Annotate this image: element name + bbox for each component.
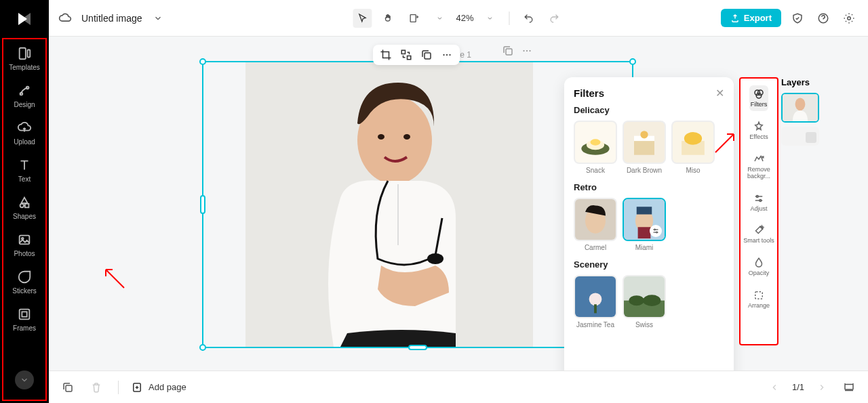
close-icon[interactable]: ✕ <box>715 87 724 100</box>
filter-label: Miso <box>686 167 700 174</box>
rail-item-removebg[interactable]: Remove backgr... <box>741 150 777 183</box>
sidebar-item-photos[interactable]: Photos <box>14 232 35 257</box>
frames-icon <box>17 307 32 322</box>
trash-icon[interactable] <box>87 378 106 397</box>
page-more-icon[interactable] <box>521 45 533 57</box>
hand-tool-button[interactable] <box>378 9 397 28</box>
layers-title: Layers <box>781 77 863 87</box>
duplicate-icon[interactable] <box>420 49 433 61</box>
selection-handle-bl[interactable] <box>199 344 206 351</box>
filter-thumb-snack[interactable]: Snack <box>574 121 617 174</box>
resize-tool-button[interactable] <box>404 9 423 28</box>
image-icon <box>806 132 816 143</box>
resize-dropdown-icon[interactable] <box>430 9 449 28</box>
filter-label: Swiss <box>635 321 653 328</box>
undo-button[interactable] <box>519 9 538 28</box>
canvas-area[interactable]: Page 1 <box>49 37 868 370</box>
crop-icon[interactable] <box>380 49 392 61</box>
layer-thumb-active[interactable] <box>781 93 819 123</box>
chevron-down-icon[interactable] <box>153 14 163 23</box>
app-logo[interactable] <box>11 5 38 33</box>
filter-category-label: Delicacy <box>574 105 724 115</box>
svg-point-62 <box>795 98 806 111</box>
add-page-button[interactable]: Add page <box>131 381 186 394</box>
floating-toolbar <box>373 45 460 65</box>
svg-rect-20 <box>408 56 411 60</box>
rail-item-opacity[interactable]: Opacity <box>747 254 771 280</box>
sidebar-item-templates[interactable]: Templates <box>9 46 40 71</box>
present-icon[interactable] <box>840 378 859 397</box>
svg-rect-9 <box>20 310 30 320</box>
sidebar-item-label: Photos <box>14 250 35 257</box>
filter-thumb-jasminetea[interactable]: Jasmine Tea <box>574 275 617 328</box>
left-sidebar: Templates Design Upload Text Shapes Phot… <box>0 0 49 403</box>
redo-button[interactable] <box>545 9 564 28</box>
layer-thumb-bg[interactable] <box>781 127 819 146</box>
rail-item-filters[interactable]: Filters <box>749 85 769 111</box>
sidebar-item-frames[interactable]: Frames <box>13 307 36 332</box>
adjust-icon[interactable] <box>650 225 662 237</box>
zoom-level[interactable]: 42% <box>456 13 473 23</box>
sidebar-item-label: Frames <box>13 324 36 332</box>
filter-thumb-miso[interactable]: Miso <box>671 121 715 174</box>
svg-point-46 <box>654 229 656 230</box>
effects-icon <box>753 121 765 133</box>
filter-thumb-swiss[interactable]: Swiss <box>623 275 666 328</box>
replace-icon[interactable] <box>400 49 412 61</box>
filters-title: Filters <box>574 87 604 99</box>
export-button[interactable]: Export <box>721 9 781 27</box>
svg-point-26 <box>523 50 524 51</box>
filter-label: Jasmine Tea <box>576 321 614 328</box>
filter-thumb-miami[interactable]: Miami <box>623 198 666 251</box>
document-title[interactable]: Untitled image <box>81 13 142 24</box>
svg-rect-7 <box>20 236 30 245</box>
sidebar-item-label: Upload <box>14 138 35 146</box>
rail-item-adjust[interactable]: Adjust <box>749 190 768 215</box>
topbar: Untitled image 42% Export <box>49 0 868 37</box>
upload-icon <box>17 121 32 135</box>
sidebar-item-text[interactable]: Text <box>17 158 32 183</box>
sidebar-item-design[interactable]: Design <box>14 83 35 108</box>
help-icon[interactable] <box>814 9 833 28</box>
selection-handle-bottom[interactable] <box>408 345 427 350</box>
cloud-sync-icon[interactable] <box>58 12 72 25</box>
zoom-dropdown-icon[interactable] <box>481 9 500 28</box>
smarttools-icon <box>753 224 765 236</box>
page-duplicate-icon[interactable] <box>502 45 514 57</box>
selection-handle-tr[interactable] <box>629 58 636 65</box>
svg-rect-10 <box>22 312 26 316</box>
selection-handle-left[interactable] <box>200 195 205 214</box>
filter-thumb-carmel[interactable]: Carmel <box>574 198 617 251</box>
filters-panel: Filters ✕ Delicacy Snack Dark Brown <box>564 77 734 370</box>
rail-item-arrange[interactable]: Arrange <box>747 287 771 312</box>
filter-label: Dark Brown <box>627 167 662 174</box>
more-icon[interactable] <box>441 49 453 61</box>
design-icon <box>17 83 32 98</box>
prev-page-icon[interactable] <box>765 378 784 397</box>
pagination: 1/1 <box>792 382 804 392</box>
sidebar-item-label: Shapes <box>13 213 36 220</box>
rail-item-smarttools[interactable]: Smart tools <box>742 221 776 247</box>
svg-rect-44 <box>637 207 652 214</box>
sidebar-item-shapes[interactable]: Shapes <box>13 195 36 220</box>
shield-icon[interactable] <box>788 9 807 28</box>
sidebar-expand-button[interactable] <box>15 370 34 389</box>
filter-label: Miami <box>635 244 654 251</box>
settings-icon[interactable] <box>840 9 859 28</box>
filter-thumb-darkbrown[interactable]: Dark Brown <box>623 121 666 174</box>
rail-item-effects[interactable]: Effects <box>748 118 769 144</box>
selection-handle-tl[interactable] <box>199 58 206 65</box>
filter-label: Snack <box>586 167 605 174</box>
svg-point-27 <box>526 50 528 51</box>
next-page-icon[interactable] <box>812 378 831 397</box>
filter-category-label: Retro <box>574 182 724 192</box>
sidebar-item-stickers[interactable]: Stickers <box>12 270 37 295</box>
pages-icon[interactable] <box>58 378 77 397</box>
sidebar-item-upload[interactable]: Upload <box>14 121 35 146</box>
svg-rect-65 <box>845 384 853 389</box>
svg-point-32 <box>591 139 601 145</box>
cursor-tool-button[interactable] <box>353 9 372 28</box>
filter-label: Carmel <box>585 244 606 251</box>
text-icon <box>17 158 32 173</box>
svg-rect-63 <box>66 385 72 391</box>
